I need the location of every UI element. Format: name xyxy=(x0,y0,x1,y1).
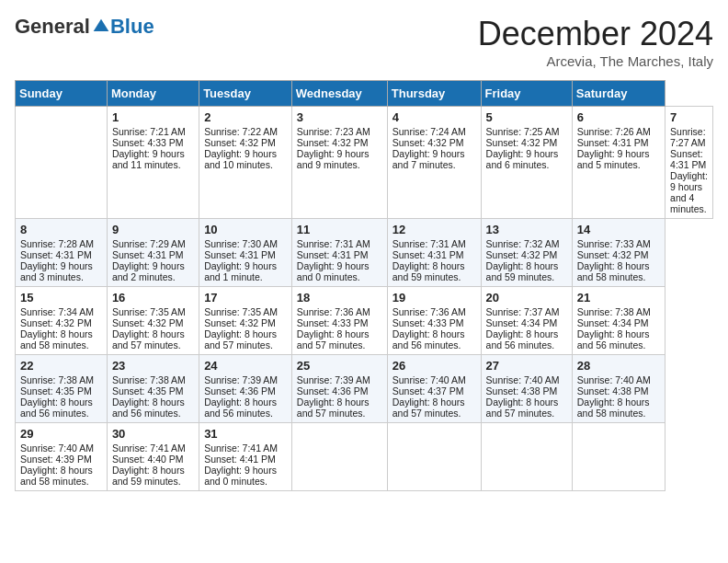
calendar-week-row: 8 Sunrise: 7:28 AM Sunset: 4:31 PM Dayli… xyxy=(16,219,713,287)
day-number: 14 xyxy=(577,223,660,236)
daylight-text: Daylight: 8 hours and 59 minutes. xyxy=(486,260,559,282)
calendar-day-cell: 17 Sunrise: 7:35 AM Sunset: 4:32 PM Dayl… xyxy=(199,287,292,355)
sunset-text: Sunset: 4:34 PM xyxy=(486,317,558,328)
sunrise-text: Sunrise: 7:21 AM xyxy=(112,126,186,137)
daylight-text: Daylight: 8 hours and 59 minutes. xyxy=(392,260,465,282)
day-of-week-header: Tuesday xyxy=(199,81,292,107)
day-number: 13 xyxy=(486,223,567,236)
logo: General Blue xyxy=(15,15,154,39)
calendar-day-cell xyxy=(291,423,387,491)
sunrise-text: Sunrise: 7:40 AM xyxy=(392,374,466,385)
sunset-text: Sunset: 4:40 PM xyxy=(112,454,184,465)
day-of-week-header: Friday xyxy=(481,81,572,107)
day-number: 4 xyxy=(392,110,476,124)
calendar-day-cell xyxy=(16,107,108,219)
daylight-text: Daylight: 8 hours and 58 minutes. xyxy=(20,328,93,350)
day-number: 22 xyxy=(20,359,102,373)
daylight-text: Daylight: 9 hours and 4 minutes. xyxy=(670,170,708,214)
sunset-text: Sunset: 4:32 PM xyxy=(112,317,184,328)
day-number: 10 xyxy=(204,223,287,236)
sunrise-text: Sunrise: 7:41 AM xyxy=(112,442,186,454)
daylight-text: Daylight: 8 hours and 57 minutes. xyxy=(392,396,465,419)
daylight-text: Daylight: 9 hours and 10 minutes. xyxy=(204,148,277,170)
calendar-day-cell xyxy=(481,423,572,491)
calendar-day-cell: 13 Sunrise: 7:32 AM Sunset: 4:32 PM Dayl… xyxy=(481,219,572,287)
sunrise-text: Sunrise: 7:34 AM xyxy=(20,306,94,317)
daylight-text: Daylight: 8 hours and 56 minutes. xyxy=(204,396,277,419)
logo-blue-text: Blue xyxy=(110,15,154,39)
calendar-week-row: 15 Sunrise: 7:34 AM Sunset: 4:32 PM Dayl… xyxy=(16,287,713,355)
sunset-text: Sunset: 4:35 PM xyxy=(20,385,92,396)
calendar-day-cell: 18 Sunrise: 7:36 AM Sunset: 4:33 PM Dayl… xyxy=(291,287,387,355)
daylight-text: Daylight: 8 hours and 57 minutes. xyxy=(204,328,277,350)
day-number: 31 xyxy=(204,427,287,441)
sunset-text: Sunset: 4:31 PM xyxy=(670,148,706,170)
day-number: 17 xyxy=(204,291,287,304)
day-number: 18 xyxy=(297,291,382,304)
calendar-day-cell: 26 Sunrise: 7:40 AM Sunset: 4:37 PM Dayl… xyxy=(387,355,481,423)
calendar-day-cell: 28 Sunrise: 7:40 AM Sunset: 4:38 PM Dayl… xyxy=(572,355,665,423)
sunrise-text: Sunrise: 7:35 AM xyxy=(112,306,186,317)
sunrise-text: Sunrise: 7:26 AM xyxy=(577,126,651,137)
calendar-day-cell: 14 Sunrise: 7:33 AM Sunset: 4:32 PM Dayl… xyxy=(572,219,665,287)
sunrise-text: Sunrise: 7:24 AM xyxy=(392,126,466,137)
sunset-text: Sunset: 4:31 PM xyxy=(577,137,649,148)
sunrise-text: Sunrise: 7:35 AM xyxy=(204,306,278,317)
daylight-text: Daylight: 8 hours and 59 minutes. xyxy=(112,465,185,487)
sunset-text: Sunset: 4:32 PM xyxy=(204,317,276,328)
sunrise-text: Sunrise: 7:40 AM xyxy=(20,442,94,454)
sunrise-text: Sunrise: 7:39 AM xyxy=(297,374,370,385)
sunset-text: Sunset: 4:38 PM xyxy=(577,385,649,396)
calendar-day-cell: 31 Sunrise: 7:41 AM Sunset: 4:41 PM Dayl… xyxy=(199,423,292,491)
calendar-day-cell: 19 Sunrise: 7:36 AM Sunset: 4:33 PM Dayl… xyxy=(387,287,481,355)
header-row: SundayMondayTuesdayWednesdayThursdayFrid… xyxy=(16,81,713,107)
sunrise-text: Sunrise: 7:31 AM xyxy=(392,238,466,249)
sunset-text: Sunset: 4:32 PM xyxy=(204,137,276,148)
day-number: 24 xyxy=(204,359,287,373)
day-number: 12 xyxy=(392,223,476,236)
calendar-day-cell: 15 Sunrise: 7:34 AM Sunset: 4:32 PM Dayl… xyxy=(16,287,108,355)
sunrise-text: Sunrise: 7:25 AM xyxy=(486,126,560,137)
daylight-text: Daylight: 8 hours and 57 minutes. xyxy=(486,396,559,419)
calendar-day-cell: 22 Sunrise: 7:38 AM Sunset: 4:35 PM Dayl… xyxy=(16,355,108,423)
day-number: 15 xyxy=(20,291,102,304)
sunrise-text: Sunrise: 7:32 AM xyxy=(486,238,560,249)
calendar-day-cell: 12 Sunrise: 7:31 AM Sunset: 4:31 PM Dayl… xyxy=(387,219,481,287)
sunrise-text: Sunrise: 7:29 AM xyxy=(112,238,186,249)
calendar-day-cell: 11 Sunrise: 7:31 AM Sunset: 4:31 PM Dayl… xyxy=(291,219,387,287)
daylight-text: Daylight: 9 hours and 0 minutes. xyxy=(204,465,277,487)
calendar-day-cell xyxy=(387,423,481,491)
sunset-text: Sunset: 4:31 PM xyxy=(297,249,369,260)
sunrise-text: Sunrise: 7:33 AM xyxy=(577,238,651,249)
daylight-text: Daylight: 8 hours and 56 minutes. xyxy=(577,328,650,350)
sunset-text: Sunset: 4:32 PM xyxy=(577,249,649,260)
daylight-text: Daylight: 9 hours and 9 minutes. xyxy=(297,148,370,170)
calendar-day-cell: 6 Sunrise: 7:26 AM Sunset: 4:31 PM Dayli… xyxy=(572,107,665,219)
daylight-text: Daylight: 9 hours and 5 minutes. xyxy=(577,148,650,170)
day-number: 29 xyxy=(20,427,102,441)
day-of-week-header: Monday xyxy=(107,81,199,107)
day-number: 26 xyxy=(392,359,476,373)
logo-general-text: General xyxy=(15,15,90,39)
daylight-text: Daylight: 8 hours and 57 minutes. xyxy=(112,328,185,350)
calendar-day-cell: 24 Sunrise: 7:39 AM Sunset: 4:36 PM Dayl… xyxy=(199,355,292,423)
daylight-text: Daylight: 9 hours and 1 minute. xyxy=(204,260,277,282)
day-number: 11 xyxy=(297,223,382,236)
daylight-text: Daylight: 8 hours and 56 minutes. xyxy=(112,396,185,419)
day-number: 5 xyxy=(486,110,567,124)
day-number: 20 xyxy=(486,291,567,304)
sunset-text: Sunset: 4:32 PM xyxy=(486,249,558,260)
sunrise-text: Sunrise: 7:31 AM xyxy=(297,238,370,249)
calendar-day-cell: 3 Sunrise: 7:23 AM Sunset: 4:32 PM Dayli… xyxy=(291,107,387,219)
daylight-text: Daylight: 8 hours and 56 minutes. xyxy=(486,328,559,350)
location-subtitle: Arcevia, The Marches, Italy xyxy=(478,53,713,69)
logo-icon xyxy=(92,17,110,36)
svg-marker-0 xyxy=(94,19,109,31)
sunset-text: Sunset: 4:33 PM xyxy=(297,317,369,328)
calendar-day-cell: 20 Sunrise: 7:37 AM Sunset: 4:34 PM Dayl… xyxy=(481,287,572,355)
day-of-week-header: Sunday xyxy=(16,81,108,107)
sunrise-text: Sunrise: 7:23 AM xyxy=(297,126,370,137)
sunrise-text: Sunrise: 7:36 AM xyxy=(392,306,466,317)
sunset-text: Sunset: 4:33 PM xyxy=(392,317,464,328)
sunrise-text: Sunrise: 7:38 AM xyxy=(577,306,651,317)
